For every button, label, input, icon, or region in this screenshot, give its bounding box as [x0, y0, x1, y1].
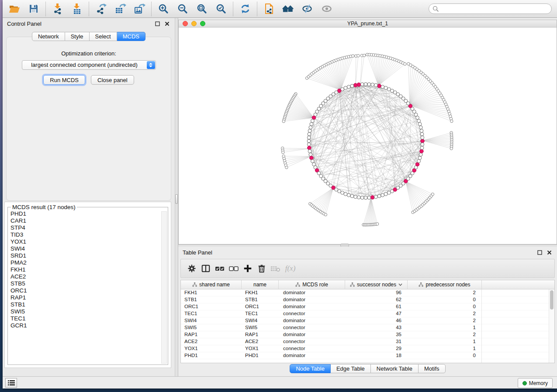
- float-panel-icon[interactable]: [537, 250, 542, 255]
- mcds-result-item[interactable]: SRD1: [10, 252, 168, 259]
- tab-style[interactable]: Style: [65, 32, 90, 41]
- network-node[interactable]: [308, 129, 311, 133]
- hide-graphics-details-icon[interactable]: [301, 3, 314, 15]
- table-row[interactable]: RAP1RAP1dominator352: [181, 331, 554, 338]
- network-node[interactable]: [381, 193, 384, 197]
- table-cell[interactable]: dominator: [279, 317, 345, 324]
- function-builder-icon[interactable]: f(x): [284, 263, 295, 274]
- mcds-result-item[interactable]: CAR1: [10, 217, 168, 224]
- import-table-icon[interactable]: [71, 3, 83, 15]
- network-node[interactable]: [364, 83, 367, 86]
- select-all-icon[interactable]: [214, 263, 225, 274]
- network-node[interactable]: [384, 193, 387, 196]
- network-node[interactable]: [387, 88, 391, 91]
- show-graphics-details-icon[interactable]: [321, 3, 333, 15]
- network-node[interactable]: [344, 193, 347, 196]
- table-cell[interactable]: PHD1: [242, 352, 279, 359]
- add-icon[interactable]: [242, 263, 253, 274]
- network-node[interactable]: [354, 195, 357, 199]
- table-cell[interactable]: SWI4: [242, 317, 279, 324]
- table-cell[interactable]: FKH1: [181, 289, 242, 296]
- mcds-result-item[interactable]: STB5: [10, 280, 168, 287]
- export-table-icon[interactable]: [114, 3, 126, 15]
- deselect-all-icon[interactable]: [228, 263, 239, 274]
- network-node[interactable]: [309, 153, 312, 156]
- table-cell[interactable]: 2: [408, 310, 482, 317]
- network-overview-icon[interactable]: [282, 3, 294, 15]
- mcds-node[interactable]: [353, 83, 357, 87]
- table-scrollbar[interactable]: [549, 289, 554, 363]
- network-node[interactable]: [350, 84, 354, 88]
- table-cell[interactable]: RAP1: [181, 331, 242, 338]
- network-node[interactable]: [310, 122, 313, 126]
- mcds-result-item[interactable]: RAP1: [10, 294, 168, 301]
- table-cell[interactable]: 43: [345, 324, 408, 331]
- table-row[interactable]: TEC1TEC1connector472: [181, 310, 554, 317]
- optimization-criterion-select[interactable]: largest connected component (undirected): [22, 60, 156, 70]
- table-cell[interactable]: dominator: [279, 352, 345, 359]
- table-cell[interactable]: PHD1: [181, 352, 242, 359]
- zoom-out-icon[interactable]: [176, 3, 189, 15]
- zoom-in-icon[interactable]: [157, 3, 170, 15]
- table-cell[interactable]: 46: [345, 317, 408, 324]
- run-mcds-button[interactable]: Run MCDS: [43, 75, 85, 85]
- network-node[interactable]: [344, 86, 347, 90]
- network-node[interactable]: [311, 159, 315, 163]
- network-node[interactable]: [371, 83, 374, 86]
- network-node[interactable]: [360, 196, 364, 199]
- table-cell[interactable]: 29: [345, 345, 408, 352]
- network-node[interactable]: [308, 132, 311, 136]
- network-node[interactable]: [421, 143, 424, 146]
- close-panel-icon[interactable]: [547, 250, 552, 255]
- network-node[interactable]: [367, 196, 371, 199]
- mcds-node[interactable]: [357, 83, 361, 87]
- mcds-result-item[interactable]: SWI4: [10, 245, 168, 252]
- table-cell[interactable]: 2: [408, 331, 482, 338]
- tab-motifs[interactable]: Motifs: [419, 364, 446, 373]
- mcds-result-item[interactable]: GCR1: [10, 322, 168, 329]
- tab-mcds[interactable]: MCDS: [117, 32, 145, 41]
- column-header-predecessor-nodes[interactable]: predecessor nodes: [408, 280, 482, 289]
- table-row[interactable]: FKH1FKH1dominator962: [181, 289, 554, 296]
- export-image-icon[interactable]: [133, 3, 145, 15]
- network-node[interactable]: [417, 159, 421, 163]
- mcds-result-item[interactable]: FKH1: [10, 266, 168, 273]
- network-node[interactable]: [367, 83, 371, 86]
- table-cell[interactable]: 1: [408, 338, 482, 345]
- table-cell[interactable]: 0: [408, 303, 482, 310]
- table-cell[interactable]: SWI4: [181, 317, 242, 324]
- zoom-selected-icon[interactable]: [215, 3, 227, 15]
- table-cell[interactable]: STB1: [181, 296, 242, 303]
- table-cell[interactable]: ACE2: [242, 338, 279, 345]
- mcds-node[interactable]: [421, 139, 425, 143]
- mcds-result-item[interactable]: TEC1: [10, 315, 168, 322]
- table-cell[interactable]: connector: [279, 324, 345, 331]
- mcds-node[interactable]: [370, 196, 374, 199]
- network-node[interactable]: [420, 129, 423, 133]
- network-node[interactable]: [374, 83, 378, 87]
- search-input[interactable]: [441, 4, 551, 13]
- table-cell[interactable]: dominator: [279, 296, 345, 303]
- table-row[interactable]: YOX1YOX1connector291: [181, 345, 554, 352]
- mcds-result-item[interactable]: YOX1: [10, 238, 168, 245]
- splitter-handle[interactable]: [175, 194, 178, 204]
- table-cell[interactable]: STB1: [242, 296, 279, 303]
- table-row[interactable]: ACE2ACE2connector311: [181, 338, 554, 345]
- vertical-splitter[interactable]: [175, 18, 178, 376]
- column-header-mcds-role[interactable]: MCDS role: [279, 280, 345, 289]
- new-network-from-file-icon[interactable]: [263, 3, 275, 15]
- table-cell[interactable]: 31: [345, 338, 408, 345]
- table-cell[interactable]: 1: [408, 345, 482, 352]
- table-cell[interactable]: TEC1: [181, 310, 242, 317]
- mcds-result-item[interactable]: SWI5: [10, 308, 168, 315]
- network-node[interactable]: [364, 196, 367, 199]
- network-node[interactable]: [347, 193, 350, 197]
- tab-node-table[interactable]: Node Table: [290, 364, 331, 373]
- table-cell[interactable]: dominator: [279, 289, 345, 296]
- network-node[interactable]: [381, 85, 384, 89]
- network-node[interactable]: [420, 146, 424, 150]
- mcds-node[interactable]: [310, 156, 314, 160]
- network-node[interactable]: [419, 126, 422, 129]
- table-scrollbar-thumb[interactable]: [550, 290, 554, 309]
- mcds-node[interactable]: [420, 149, 424, 153]
